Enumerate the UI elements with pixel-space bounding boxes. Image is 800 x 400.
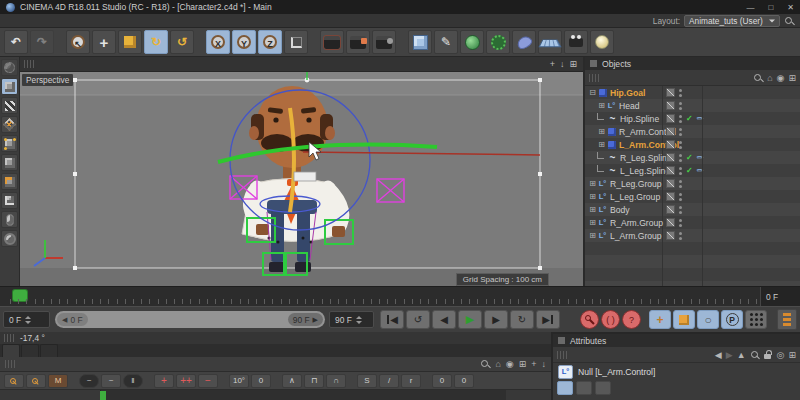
eye-icon[interactable]: ◉: [506, 359, 514, 369]
add-light-button[interactable]: [590, 30, 614, 54]
expand-toggle-icon[interactable]: ⊞: [588, 218, 597, 227]
home-icon[interactable]: ⌂: [495, 359, 500, 369]
add-keyframe-button[interactable]: +: [154, 374, 174, 388]
y-axis-lock-button[interactable]: Y: [232, 30, 256, 54]
expand-toggle-icon[interactable]: ⊞: [597, 101, 606, 110]
interpolation-step-button[interactable]: ⊓: [304, 374, 324, 388]
keyframe-options-button[interactable]: ?: [622, 310, 641, 329]
stepper-icon[interactable]: [25, 313, 31, 327]
enabled-check-icon[interactable]: ✓: [686, 153, 693, 162]
mini-playhead[interactable]: [100, 391, 106, 400]
stepper-icon[interactable]: [356, 313, 362, 327]
visibility-dots-icon[interactable]: [679, 89, 682, 92]
viewport-canvas[interactable]: Perspective: [20, 72, 583, 286]
visibility-dots-icon[interactable]: [679, 193, 682, 196]
end-frame-field[interactable]: 90 F: [329, 311, 374, 328]
tab-object[interactable]: [595, 381, 611, 395]
timeline-slider[interactable]: ◀ 0 F 90 F ▶: [55, 311, 325, 328]
expand-toggle-icon[interactable]: ⊞: [597, 140, 606, 149]
layer-icon[interactable]: [666, 101, 675, 110]
range-start-grip[interactable]: ◀ 0 F: [57, 313, 88, 326]
live-selection-button[interactable]: ↖: [66, 30, 90, 54]
pause-record-button[interactable]: ‖: [123, 374, 143, 388]
z-axis-lock-button[interactable]: Z: [258, 30, 282, 54]
wave-filter-button[interactable]: ~: [101, 374, 121, 388]
tag-icon[interactable]: ✎: [695, 113, 706, 124]
timeline-mini-ruler[interactable]: [0, 390, 551, 400]
layer-icon[interactable]: [666, 179, 675, 188]
play-reverse-loop-button[interactable]: ↺: [406, 310, 430, 329]
loop-button[interactable]: ↻: [510, 310, 534, 329]
gear-icon[interactable]: ◎: [777, 350, 785, 360]
layer-icon[interactable]: [666, 127, 675, 136]
polygons-mode-button[interactable]: [1, 173, 18, 190]
object-row[interactable]: ⊞ L° ~ R_Arm.Group ✓ ✎: [585, 216, 800, 229]
minimize-button[interactable]: —: [746, 3, 754, 12]
key-selected-button[interactable]: [26, 374, 46, 388]
tab-takes[interactable]: [21, 344, 39, 357]
record-scale-button[interactable]: [673, 310, 695, 329]
render-picture-viewer-button[interactable]: [346, 30, 370, 54]
mini-ruler-track[interactable]: [100, 390, 506, 400]
visibility-dots-icon[interactable]: [679, 206, 682, 209]
maximize-button[interactable]: □: [768, 3, 773, 12]
navigation-dial[interactable]: [1, 230, 18, 247]
move-button[interactable]: +: [92, 30, 116, 54]
visibility-dots-icon[interactable]: [679, 102, 682, 105]
search-icon[interactable]: [753, 73, 763, 83]
dolly-view-icon[interactable]: ↓: [560, 59, 565, 69]
rotate-button[interactable]: ↻: [144, 30, 168, 54]
visibility-dots-icon[interactable]: [679, 180, 682, 183]
home-icon[interactable]: ⌂: [767, 73, 772, 83]
layer-icon[interactable]: [666, 166, 675, 175]
make-editable-button[interactable]: [1, 59, 18, 76]
goto-end-button[interactable]: ▶: [536, 310, 560, 329]
layout-select[interactable]: Animate_tuts (User): [684, 15, 780, 27]
expand-toggle-icon[interactable]: ⊞: [588, 179, 597, 188]
gizmo-red-axis[interactable]: [303, 152, 540, 155]
object-row[interactable]: ⊞ L° ~ R_Arm.Control ✓ ✎: [585, 125, 800, 138]
camera-label[interactable]: Perspective: [22, 74, 73, 86]
add-deformer-button[interactable]: [486, 30, 510, 54]
tab-timeline[interactable]: [2, 344, 20, 357]
object-row[interactable]: L° ~ L_Leg.Spline ✓ ✎: [585, 164, 800, 177]
record-position-button[interactable]: +: [649, 310, 671, 329]
coordinate-system-button[interactable]: [284, 30, 308, 54]
expand-toggle-icon[interactable]: ⊞: [597, 127, 606, 136]
play-button[interactable]: ▶: [458, 310, 482, 329]
object-row[interactable]: ⊟ L° ~ Hip.Goal ✓ ✎: [585, 86, 800, 99]
expand-toggle-icon[interactable]: ⊞: [588, 231, 597, 240]
visibility-dots-icon[interactable]: [679, 128, 682, 131]
zero-angle-button[interactable]: 0: [432, 374, 452, 388]
mouse-mode-button[interactable]: [1, 211, 18, 228]
tab-layers[interactable]: [40, 344, 58, 357]
expand-toggle-icon[interactable]: [597, 113, 604, 120]
layer-icon[interactable]: [666, 192, 675, 201]
frame-ruler[interactable]: 0 F: [0, 286, 800, 306]
visibility-dots-icon[interactable]: [679, 232, 682, 235]
texture-mode-button[interactable]: [1, 97, 18, 114]
add-keyframes-button[interactable]: ++: [176, 374, 196, 388]
search-icon[interactable]: [750, 350, 760, 360]
keyframe-bar-button[interactable]: [777, 309, 797, 330]
expand-toggle-icon[interactable]: ⊟: [588, 88, 597, 97]
current-frame-field[interactable]: 0 F: [3, 311, 50, 328]
tag-icon[interactable]: ✎: [695, 165, 706, 176]
close-button[interactable]: ✕: [787, 3, 794, 12]
add-icon[interactable]: ⊞: [788, 350, 796, 360]
expand-toggle-icon[interactable]: [597, 165, 604, 172]
up-arrow-icon[interactable]: ▲: [737, 350, 746, 360]
object-row[interactable]: ⊞ L° ~ L_Arm.Group ✓ ✎: [585, 229, 800, 242]
record-parameter-button[interactable]: P: [721, 310, 743, 329]
add-environment-button[interactable]: [538, 30, 562, 54]
add-generator-button[interactable]: [460, 30, 484, 54]
grip-icon[interactable]: [5, 360, 15, 368]
add-spline-button[interactable]: ✎: [434, 30, 458, 54]
uv-mode-button[interactable]: [1, 116, 18, 133]
down-arrow-icon[interactable]: ↓: [542, 359, 547, 369]
record-keyframe-button[interactable]: [580, 310, 599, 329]
search-icon[interactable]: [784, 16, 794, 26]
visibility-dots-icon[interactable]: [679, 141, 682, 144]
layer-icon[interactable]: [666, 88, 675, 97]
edges-mode-button[interactable]: [1, 154, 18, 171]
